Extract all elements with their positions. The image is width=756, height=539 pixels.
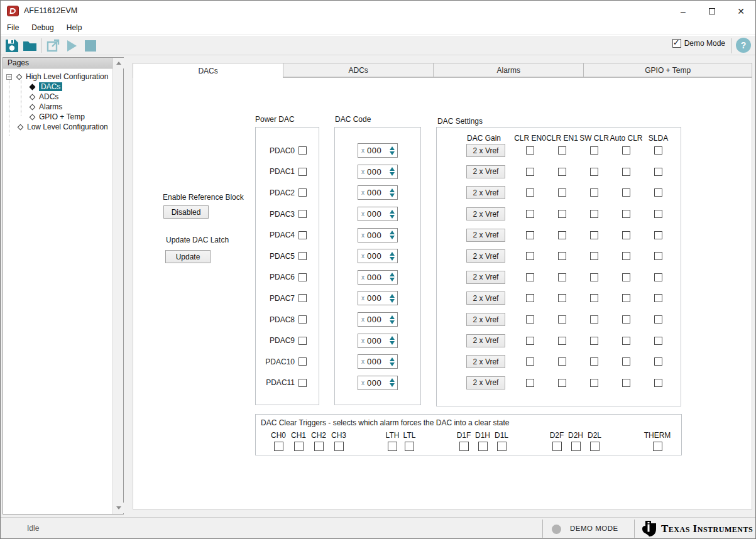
settings-checkbox[interactable] xyxy=(654,273,662,281)
settings-checkbox[interactable] xyxy=(558,146,566,155)
spin-up-icon[interactable] xyxy=(390,252,395,256)
menu-debug[interactable]: Debug xyxy=(25,22,60,34)
spin-up-icon[interactable] xyxy=(390,273,395,276)
settings-checkbox[interactable] xyxy=(654,146,662,155)
tab-adcs[interactable]: ADCs xyxy=(283,63,434,77)
settings-checkbox[interactable] xyxy=(622,337,630,345)
spin-down-icon[interactable] xyxy=(390,151,395,155)
ch2-checkbox[interactable] xyxy=(314,442,324,451)
dac-gain-button[interactable]: 2 x Vref xyxy=(466,207,505,220)
help-icon[interactable]: ? xyxy=(736,38,751,53)
spin-down-icon[interactable] xyxy=(390,215,395,219)
d2l-checkbox[interactable] xyxy=(590,442,600,451)
settings-checkbox[interactable] xyxy=(558,210,566,218)
tab-gpio-temp[interactable]: GPIO + Temp xyxy=(584,63,752,77)
pdac6-checkbox[interactable] xyxy=(299,273,307,281)
settings-checkbox[interactable] xyxy=(622,357,630,366)
dac-code-value[interactable]: 000 xyxy=(367,167,381,177)
settings-checkbox[interactable] xyxy=(590,168,598,176)
dac-gain-button[interactable]: 2 x Vref xyxy=(466,355,505,368)
settings-checkbox[interactable] xyxy=(526,357,534,366)
pdac9-checkbox[interactable] xyxy=(299,337,307,345)
dac-code-spinner[interactable]: x000 xyxy=(358,185,398,200)
settings-checkbox[interactable] xyxy=(590,273,598,281)
dac-gain-button[interactable]: 2 x Vref xyxy=(466,229,505,242)
settings-checkbox[interactable] xyxy=(558,188,566,197)
dac-gain-button[interactable]: 2 x Vref xyxy=(466,186,505,199)
play-icon[interactable] xyxy=(64,38,79,53)
tree-item-high-level-configuration[interactable]: High Level Configuration xyxy=(3,72,112,82)
close-button[interactable]: ✕ xyxy=(726,1,755,21)
settings-checkbox[interactable] xyxy=(558,337,566,345)
settings-checkbox[interactable] xyxy=(526,210,534,218)
spin-up-icon[interactable] xyxy=(390,294,395,298)
settings-checkbox[interactable] xyxy=(590,379,598,387)
dac-code-spinner[interactable]: x000 xyxy=(358,249,398,263)
dac-gain-button[interactable]: 2 x Vref xyxy=(466,271,505,284)
pdac10-checkbox[interactable] xyxy=(299,357,307,366)
demo-mode-toggle[interactable]: Demo Mode xyxy=(672,39,725,48)
minimize-button[interactable]: – xyxy=(669,1,698,21)
dac-code-spinner[interactable]: x000 xyxy=(358,376,398,390)
dac-gain-button[interactable]: 2 x Vref xyxy=(466,291,505,305)
tree-item-label[interactable]: DACs xyxy=(39,82,62,91)
dac-code-value[interactable]: 000 xyxy=(367,209,381,219)
pdac5-checkbox[interactable] xyxy=(299,252,307,260)
settings-checkbox[interactable] xyxy=(654,210,662,218)
dac-code-value[interactable]: 000 xyxy=(367,146,381,155)
settings-checkbox[interactable] xyxy=(590,337,598,345)
menu-file[interactable]: File xyxy=(6,22,25,34)
spin-up-icon[interactable] xyxy=(390,357,395,361)
settings-checkbox[interactable] xyxy=(558,357,566,366)
dac-code-spinner[interactable]: x000 xyxy=(358,334,398,348)
tree-item-label[interactable]: GPIO + Temp xyxy=(39,112,85,121)
pdac0-checkbox[interactable] xyxy=(299,146,307,155)
settings-checkbox[interactable] xyxy=(654,315,662,324)
export-icon[interactable] xyxy=(46,38,60,53)
settings-checkbox[interactable] xyxy=(558,273,566,281)
reference-block-disabled-button[interactable]: Disabled xyxy=(163,205,209,219)
spin-up-icon[interactable] xyxy=(390,146,395,150)
settings-checkbox[interactable] xyxy=(590,231,598,239)
settings-checkbox[interactable] xyxy=(654,231,662,239)
pdac3-checkbox[interactable] xyxy=(299,210,307,218)
pdac4-checkbox[interactable] xyxy=(299,231,307,239)
tab-alarms[interactable]: Alarms xyxy=(434,63,584,77)
settings-checkbox[interactable] xyxy=(558,168,566,176)
collapse-icon[interactable] xyxy=(6,74,12,80)
therm-checkbox[interactable] xyxy=(653,442,662,451)
settings-checkbox[interactable] xyxy=(590,252,598,260)
settings-checkbox[interactable] xyxy=(622,273,630,281)
d2h-checkbox[interactable] xyxy=(571,442,581,451)
dac-code-value[interactable]: 000 xyxy=(367,293,381,303)
settings-checkbox[interactable] xyxy=(654,252,662,260)
d1l-checkbox[interactable] xyxy=(497,442,507,451)
d1f-checkbox[interactable] xyxy=(459,442,469,451)
settings-checkbox[interactable] xyxy=(622,146,630,155)
ltl-checkbox[interactable] xyxy=(405,442,414,451)
tree-item-label[interactable]: Alarms xyxy=(39,102,62,111)
ch3-checkbox[interactable] xyxy=(334,442,344,451)
spin-up-icon[interactable] xyxy=(390,167,395,171)
spin-up-icon[interactable] xyxy=(390,378,395,382)
settings-checkbox[interactable] xyxy=(590,294,598,302)
maximize-button[interactable] xyxy=(698,1,726,21)
dac-code-spinner[interactable]: x000 xyxy=(358,291,398,305)
settings-checkbox[interactable] xyxy=(558,231,566,239)
spin-up-icon[interactable] xyxy=(390,315,395,319)
spin-up-icon[interactable] xyxy=(390,231,395,234)
spin-up-icon[interactable] xyxy=(390,210,395,214)
settings-checkbox[interactable] xyxy=(526,168,534,176)
ch0-checkbox[interactable] xyxy=(274,442,283,451)
pdac8-checkbox[interactable] xyxy=(299,315,307,324)
scroll-down-arrow[interactable] xyxy=(113,503,124,513)
settings-checkbox[interactable] xyxy=(590,315,598,324)
settings-checkbox[interactable] xyxy=(590,357,598,366)
menu-help[interactable]: Help xyxy=(60,22,89,34)
open-folder-icon[interactable] xyxy=(23,38,37,53)
stop-icon[interactable] xyxy=(83,38,97,53)
tree-item-label[interactable]: ADCs xyxy=(39,92,58,101)
spin-down-icon[interactable] xyxy=(390,341,395,345)
tree-item-alarms[interactable]: Alarms xyxy=(3,102,112,112)
tree-item-adcs[interactable]: ADCs xyxy=(3,92,112,102)
